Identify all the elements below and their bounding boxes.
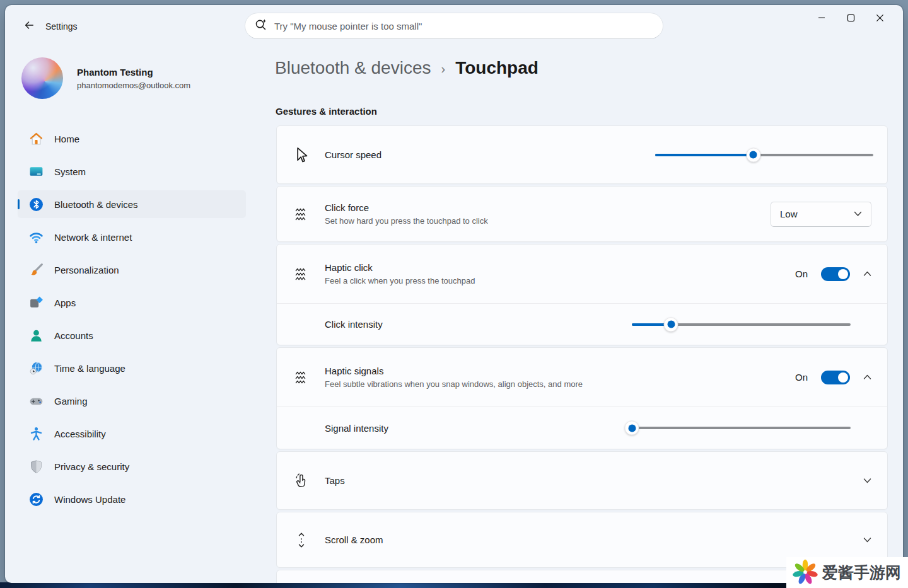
- signal-intensity-row: Signal intensity: [277, 407, 887, 449]
- cursor-speed-slider[interactable]: [655, 147, 873, 163]
- click-force-row: Click force Set how hard you press the t…: [277, 187, 887, 241]
- sidebar-item-windows-update[interactable]: Windows Update: [18, 485, 246, 513]
- settings-window: Settings Try "My mouse pointer is too sm…: [5, 5, 903, 583]
- sidebar: Phantom Testing phantomodemos@outlook.co…: [5, 47, 257, 583]
- haptic-click-description: Feel a click when you press the touchpad: [325, 276, 475, 285]
- game-controller-icon: [28, 393, 44, 409]
- chevron-down-icon: [854, 211, 862, 217]
- page-title: Touchpad: [455, 58, 538, 78]
- slider-thumb[interactable]: [625, 421, 639, 435]
- sidebar-item-personalization[interactable]: Personalization: [18, 256, 246, 284]
- sidebar-item-label: Privacy & security: [54, 461, 129, 472]
- toggle-knob: [838, 372, 848, 383]
- sidebar-item-label: Gaming: [54, 396, 88, 406]
- cursor-arrow-icon: [293, 146, 310, 164]
- haptic-click-row[interactable]: Haptic click Feel a click when you press…: [277, 245, 887, 303]
- chevron-down-icon[interactable]: [863, 537, 871, 543]
- click-intensity-slider[interactable]: [632, 317, 851, 332]
- cursor-speed-row: Cursor speed: [277, 126, 887, 183]
- click-force-value: Low: [780, 209, 798, 219]
- haptic-signals-state: On: [795, 372, 808, 383]
- wifi-icon: [28, 229, 44, 245]
- settings-list: Cursor speed Click force: [276, 125, 888, 583]
- sidebar-item-label: Personalization: [54, 265, 119, 275]
- app-title: Settings: [45, 21, 78, 32]
- slider-thumb[interactable]: [664, 317, 678, 331]
- breadcrumb-separator-icon: ›: [441, 60, 446, 76]
- slider-thumb[interactable]: [746, 147, 760, 162]
- click-intensity-label: Click intensity: [325, 319, 383, 330]
- chevron-down-icon[interactable]: [863, 478, 871, 483]
- sidebar-item-bluetooth-devices[interactable]: Bluetooth & devices: [18, 190, 246, 218]
- globe-clock-icon: [28, 360, 44, 376]
- sync-arrows-icon: [28, 492, 44, 507]
- bluetooth-icon: [28, 197, 44, 212]
- paintbrush-icon: [28, 262, 44, 278]
- haptic-click-state: On: [795, 268, 808, 279]
- scroll-icon: [293, 531, 310, 549]
- profile[interactable]: Phantom Testing phantomodemos@outlook.co…: [21, 57, 190, 99]
- watermark-text: 爱酱手游网: [822, 562, 901, 583]
- sidebar-item-label: System: [54, 166, 86, 177]
- haptic-signals-toggle[interactable]: [821, 371, 850, 384]
- haptic-signals-card: Haptic signals Feel subtle vibrations wh…: [276, 347, 888, 449]
- click-force-description: Set how hard you press the touchpad to c…: [325, 216, 488, 226]
- sidebar-item-privacy-security[interactable]: Privacy & security: [18, 453, 246, 480]
- profile-email: phantomodemos@outlook.com: [77, 81, 190, 90]
- sidebar-nav: Home System Bluetooth & devices Network …: [18, 125, 246, 518]
- person-icon: [28, 328, 44, 343]
- signal-intensity-slider[interactable]: [632, 420, 851, 435]
- profile-name: Phantom Testing: [77, 67, 190, 78]
- haptic-click-toggle[interactable]: [821, 267, 850, 281]
- sidebar-item-label: Accounts: [54, 330, 93, 341]
- click-force-card: Click force Set how hard you press the t…: [276, 186, 888, 242]
- sidebar-item-system[interactable]: System: [18, 158, 246, 185]
- scroll-zoom-label: Scroll & zoom: [325, 534, 383, 545]
- click-force-label: Click force: [325, 202, 488, 213]
- breadcrumb-parent[interactable]: Bluetooth & devices: [275, 58, 431, 78]
- sidebar-item-time-language[interactable]: Time & language: [18, 354, 246, 382]
- click-intensity-row: Click intensity: [277, 304, 887, 345]
- system-icon: [28, 164, 44, 180]
- pinwheel-logo-icon: [792, 558, 818, 588]
- slider-fill: [655, 154, 754, 156]
- taps-card: Taps: [276, 451, 888, 510]
- home-icon: [28, 131, 44, 147]
- main-content: Bluetooth & devices › Touchpad Gestures …: [275, 5, 903, 583]
- taskbar-strip: [0, 582, 908, 588]
- chevron-up-icon[interactable]: [863, 271, 871, 277]
- back-arrow-icon: [23, 20, 35, 33]
- slider-track: [632, 427, 851, 429]
- cursor-speed-label: Cursor speed: [325, 149, 381, 160]
- apps-icon: [28, 295, 44, 311]
- haptic-waves-icon: [293, 369, 310, 386]
- back-button[interactable]: [18, 18, 40, 35]
- sidebar-item-label: Bluetooth & devices: [54, 199, 138, 210]
- sidebar-item-label: Time & language: [54, 363, 125, 374]
- sidebar-item-home[interactable]: Home: [18, 125, 246, 153]
- section-title: Gestures & interaction: [276, 106, 377, 117]
- sidebar-item-label: Accessibility: [54, 429, 106, 439]
- sidebar-item-apps[interactable]: Apps: [18, 289, 246, 316]
- sidebar-item-label: Windows Update: [54, 494, 125, 505]
- sidebar-item-network-internet[interactable]: Network & internet: [18, 223, 246, 251]
- tap-hand-icon: [293, 472, 310, 490]
- haptic-waves-icon: [293, 205, 310, 223]
- sidebar-item-accessibility[interactable]: Accessibility: [18, 420, 246, 447]
- watermark: 爱酱手游网: [786, 557, 908, 588]
- avatar: [21, 57, 63, 99]
- sidebar-item-accounts[interactable]: Accounts: [18, 321, 246, 349]
- haptic-signals-row[interactable]: Haptic signals Feel subtle vibrations wh…: [277, 348, 887, 406]
- cursor-speed-card: Cursor speed: [276, 125, 888, 184]
- haptic-click-label: Haptic click: [325, 262, 475, 273]
- sidebar-item-label: Apps: [54, 297, 76, 308]
- haptic-signals-description: Feel subtle vibrations when you snap win…: [325, 379, 583, 389]
- chevron-up-icon[interactable]: [863, 374, 871, 380]
- shield-icon: [28, 459, 44, 475]
- sidebar-item-gaming[interactable]: Gaming: [18, 387, 246, 415]
- signal-intensity-label: Signal intensity: [325, 423, 388, 434]
- taps-row[interactable]: Taps: [277, 452, 887, 509]
- breadcrumb: Bluetooth & devices › Touchpad: [275, 58, 538, 78]
- haptic-signals-label: Haptic signals: [325, 366, 583, 376]
- click-force-dropdown[interactable]: Low: [771, 202, 871, 227]
